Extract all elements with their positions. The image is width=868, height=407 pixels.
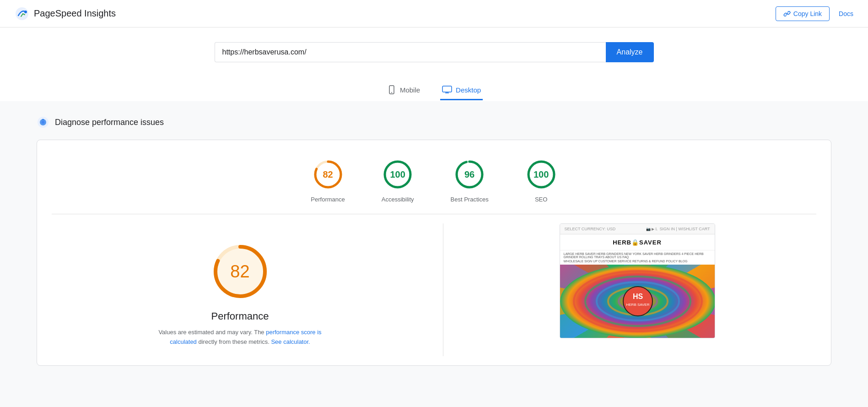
svg-point-11 <box>43 119 44 120</box>
score-circle-seo: 100 <box>525 158 557 190</box>
diagnose-icon <box>37 116 49 129</box>
big-score-number: 82 <box>230 262 249 282</box>
tab-mobile-label: Mobile <box>400 86 420 94</box>
preview-logo-text: HERB🔒SAVER <box>613 239 662 246</box>
docs-link[interactable]: Docs <box>839 10 853 17</box>
performance-panel: 82 Performance Values are estimated and … <box>37 214 443 365</box>
score-item-accessibility: 100 Accessibility <box>382 158 414 203</box>
calculator-link[interactable]: See calculator. <box>271 338 310 345</box>
pagespeed-logo-icon <box>15 6 29 21</box>
preview-panel: SELECT CURRENCY: USD 📷 ▶ 𝕃 SIGN IN | WIS… <box>443 214 831 365</box>
device-tabs: Mobile Desktop <box>385 73 483 100</box>
score-label-accessibility: Accessibility <box>382 196 414 203</box>
preview-nav-sub: WHOLESALE SIGN UP CUSTOMER SERVICE RETUR… <box>564 260 711 263</box>
big-score-circle: 82 <box>210 242 270 301</box>
svg-point-0 <box>16 7 28 20</box>
site-preview: SELECT CURRENCY: USD 📷 ▶ 𝕃 SIGN IN | WIS… <box>560 223 715 338</box>
diagnose-title: Diagnose performance issues <box>55 118 164 127</box>
svg-text:HS: HS <box>632 293 643 300</box>
main-content: Diagnose performance issues 82 Performan… <box>0 101 868 380</box>
svg-rect-5 <box>442 86 452 92</box>
score-item-seo: 100 SEO <box>525 158 557 203</box>
scores-row: 82 Performance 100 Accessibility <box>37 140 831 214</box>
preview-header-left: SELECT CURRENCY: USD <box>565 227 616 231</box>
preview-header-right: SIGN IN | WISHLIST CART <box>659 227 710 231</box>
score-number-performance: 82 <box>323 169 333 180</box>
score-item-performance: 82 Performance <box>311 158 345 203</box>
preview-nav: LARGE HERB SAVER HERB GRINDERS NEW YORK … <box>560 250 715 265</box>
score-item-best-practices: 96 Best Practices <box>451 158 489 203</box>
search-bar: Analyze <box>215 42 654 62</box>
lower-panel: 82 Performance Values are estimated and … <box>37 214 831 365</box>
performance-title: Performance <box>211 310 269 322</box>
copy-link-button[interactable]: Copy Link <box>776 6 830 21</box>
copy-link-label: Copy Link <box>793 10 822 17</box>
search-section: Analyze <box>0 27 868 73</box>
tab-desktop-label: Desktop <box>456 86 481 94</box>
logo-area: PageSpeed Insights <box>15 6 116 21</box>
svg-point-4 <box>391 92 392 93</box>
tab-desktop[interactable]: Desktop <box>440 81 483 100</box>
scores-card: 82 Performance 100 Accessibility <box>37 140 831 366</box>
score-number-seo: 100 <box>534 169 549 180</box>
analyze-button[interactable]: Analyze <box>606 42 654 62</box>
desktop-icon <box>442 85 452 94</box>
svg-text:HERB SAVER: HERB SAVER <box>626 303 649 307</box>
logo-text: PageSpeed Insights <box>34 8 116 19</box>
preview-header-bar: SELECT CURRENCY: USD 📷 ▶ 𝕃 SIGN IN | WIS… <box>560 224 715 234</box>
link-icon <box>783 10 791 17</box>
score-number-accessibility: 100 <box>390 169 405 180</box>
header-actions: Copy Link Docs <box>776 6 853 21</box>
score-label-seo: SEO <box>535 196 547 203</box>
diagnose-header: Diagnose performance issues <box>37 116 831 129</box>
score-label-performance: Performance <box>311 196 345 203</box>
preview-nav-main: LARGE HERB SAVER HERB GRINDERS NEW YORK … <box>564 252 711 259</box>
score-circle-performance: 82 <box>312 158 344 190</box>
svg-point-10 <box>42 121 44 124</box>
preview-hero: HS HERB SAVER <box>560 265 715 338</box>
score-number-best-practices: 96 <box>464 169 474 180</box>
header: PageSpeed Insights Copy Link Docs <box>0 0 868 27</box>
mobile-icon <box>387 85 396 94</box>
score-circle-accessibility: 100 <box>382 158 414 190</box>
score-circle-best-practices: 96 <box>453 158 485 190</box>
preview-logo-area: HERB🔒SAVER <box>560 234 715 250</box>
svg-point-1 <box>24 11 27 13</box>
svg-point-28 <box>623 287 652 316</box>
score-label-best-practices: Best Practices <box>451 196 489 203</box>
performance-desc: Values are estimated and may vary. The p… <box>153 328 327 347</box>
url-input[interactable] <box>215 42 606 62</box>
tab-mobile[interactable]: Mobile <box>385 81 422 100</box>
